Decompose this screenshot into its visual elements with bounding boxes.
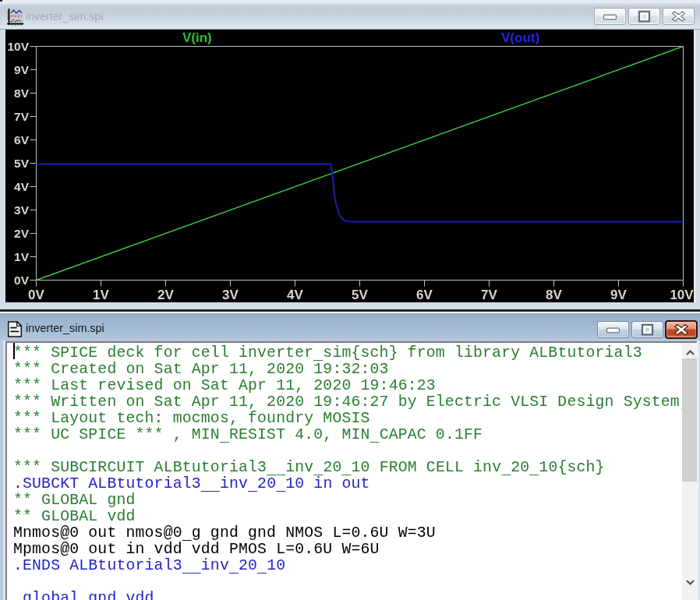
svg-text:3V: 3V — [222, 288, 239, 302]
svg-text:3V: 3V — [14, 203, 30, 217]
svg-text:V(in): V(in) — [182, 30, 212, 45]
svg-text:2V: 2V — [157, 288, 174, 302]
svg-text:9V: 9V — [610, 288, 627, 302]
svg-text:4V: 4V — [287, 288, 303, 302]
svg-text:4V: 4V — [14, 180, 30, 193]
svg-text:5V: 5V — [14, 157, 30, 170]
svg-text:1V: 1V — [93, 288, 109, 302]
svg-text:8V: 8V — [14, 86, 30, 100]
svg-text:10V: 10V — [7, 40, 29, 53]
svg-text:0V: 0V — [28, 288, 44, 302]
svg-text:10V: 10V — [670, 288, 694, 302]
svg-text:7V: 7V — [481, 288, 497, 302]
svg-text:9V: 9V — [14, 63, 30, 76]
svg-text:0V: 0V — [14, 274, 30, 287]
svg-text:8V: 8V — [546, 288, 562, 302]
svg-text:7V: 7V — [14, 110, 30, 123]
svg-text:6V: 6V — [14, 133, 30, 146]
svg-text:2V: 2V — [14, 227, 30, 240]
svg-text:5V: 5V — [352, 288, 368, 302]
svg-text:1V: 1V — [14, 250, 30, 263]
svg-text:6V: 6V — [416, 288, 433, 302]
svg-text:V(out): V(out) — [501, 30, 539, 45]
